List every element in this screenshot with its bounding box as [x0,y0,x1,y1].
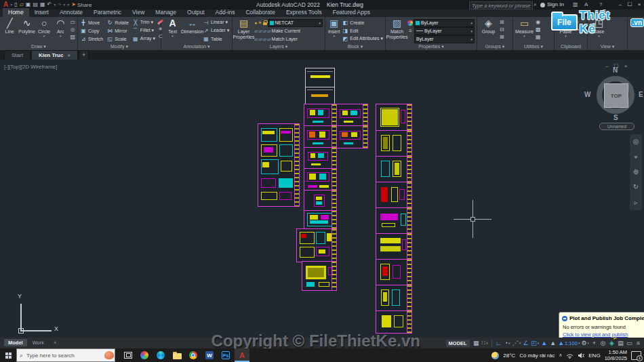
tab-express-tools[interactable]: Express Tools [281,8,327,17]
minimize-button[interactable]: – [616,0,625,9]
annotation-leader-button[interactable]: ↗Leader ▾ [203,26,229,35]
clean-screen-icon[interactable]: ▭ [626,339,633,347]
annotation-scale[interactable]: ▲1:100▾ [558,339,580,347]
property-dropdown-0[interactable]: ByLayer▾ [414,19,475,27]
layer-lock-icon[interactable] [263,22,267,25]
signin-button[interactable]: Sign In [547,0,564,9]
isolate-objects-icon[interactable]: ◎ [599,339,607,347]
quick-select-icon[interactable]: ◉ [536,19,541,26]
workspace-gear-icon[interactable]: ⚙▾ [581,339,589,347]
layer-tool-icon[interactable]: ▱ [258,28,262,34]
language-indicator[interactable]: ENG [588,353,600,359]
navigation-wheel-icon[interactable]: ◎ [633,138,639,145]
close-button[interactable]: × [635,0,644,9]
layer-tool-icon[interactable]: ▱ [263,37,266,42]
notification-link[interactable]: Click to view plot and publish details..… [563,331,642,338]
polar-tracking-icon[interactable]: ◔▾ [504,339,511,347]
annotation-monitor-icon[interactable]: + [590,339,598,347]
layer-tool-icon[interactable]: ▱ [254,37,258,42]
chrome-icon[interactable] [186,348,201,362]
tab-annotate[interactable]: Annotate [54,8,88,17]
property-dropdown-2[interactable]: ByLayer▾ [414,35,475,43]
osnap-icon[interactable]: ◰▾ [531,339,539,347]
block-create-button[interactable]: ◧Create [342,18,383,26]
property-dropdown-1[interactable]: ByLayer▾ [414,27,475,35]
viewport-close-icon[interactable]: × [624,63,628,69]
annotation-dimension-button[interactable]: ↔Dimension [183,18,201,35]
layer-tool-icon[interactable]: ▱ [254,28,258,34]
groups-panel-label[interactable]: Groups ▾ [477,43,512,50]
word-icon[interactable]: W [202,348,217,362]
tab-insert[interactable]: Insert [29,8,54,17]
clipboard-paste-button[interactable]: ▥Paste▾ [557,18,575,38]
orbit-icon[interactable]: ↻ [633,184,639,190]
modify-array-button[interactable]: ▦Array ▾ [132,35,155,43]
annotation-table-button[interactable]: ▦Table [203,35,229,43]
color-wheel-icon[interactable] [407,20,413,26]
file-tab-close-icon[interactable]: × [67,51,71,60]
layers-layer-properties-button[interactable]: ▤LayerProperties [235,18,253,40]
viewcube-north[interactable]: N [613,66,618,74]
layer-freeze-icon[interactable]: ☀ [258,20,262,26]
autocad-taskbar-icon[interactable]: A [235,348,249,362]
new-drawing-tab-button[interactable]: + [79,50,89,60]
block-panel-label[interactable]: Block ▾ [325,43,385,50]
modify-scale-button[interactable]: ◱Scale [106,35,129,43]
draw-arc-button[interactable]: ◠Arc▾ [53,18,68,38]
infocenter-search-input[interactable] [470,3,540,9]
annotation-linear-button[interactable]: ⊣Linear ▾ [203,18,229,26]
view-panel-label[interactable]: View ▾ [588,43,627,50]
properties-match-properties-button[interactable]: ▨MatchProperties [388,18,406,40]
block-insert-button[interactable]: ▣Insert▾ [327,18,340,38]
snap-mode-icon[interactable]: ∷▾ [481,339,489,347]
group-edit-icon[interactable]: ⊟ [500,26,504,33]
groups-group-button[interactable]: ◈Group [479,18,498,35]
autodesk-account-icon[interactable]: A [584,0,588,9]
search-icon[interactable]: ⌕ [534,2,539,7]
ungroup-icon[interactable]: ⊞ [500,19,504,26]
pinwheel-app-icon[interactable] [137,348,152,362]
speaker-icon[interactable] [578,353,584,359]
layout-tab-model[interactable]: Model [4,339,27,346]
make-current-button[interactable]: Make Current [272,28,300,33]
annotation-visibility-icon[interactable]: ▲ [540,339,548,347]
modify-move-button[interactable]: ╋Move [80,18,103,26]
modify-panel-label[interactable]: Modify ▾ [78,43,161,50]
match-layer-button[interactable]: Match Layer [272,37,298,41]
grid-display-icon[interactable]: ▦ [472,339,480,347]
taskbar-search-input[interactable] [25,352,102,359]
annotation-panel-label[interactable]: Annotation ▾ [161,43,232,50]
viewcube-west[interactable]: W [584,91,590,98]
plot-tray-icon[interactable]: ▤ [617,339,624,347]
file-tab-kien-truc[interactable]: Kien Truc× [31,50,78,60]
wifi-icon[interactable] [566,353,573,359]
photoshop-icon[interactable]: Ps [218,348,233,362]
share-label[interactable]: Share [77,2,92,8]
hatch-icon[interactable]: ▨ [70,34,75,41]
tab-featured-apps[interactable]: Featured Apps [327,8,376,17]
clipboard-panel-label[interactable]: Clipboard [555,43,587,50]
layers-panel-label[interactable]: Layers ▾ [233,43,325,50]
viewcube-south[interactable]: S [613,114,618,121]
start-button[interactable] [0,348,16,362]
weather-desc[interactable]: Có mây rải rác [519,353,555,359]
viewport-label[interactable]: [-][Top][2D Wireframe] [4,64,57,70]
weather-temp[interactable]: 28°C [503,353,515,359]
block-edit-attributes-button[interactable]: ◩Edit Attributes ▾ [342,35,383,43]
task-view-button[interactable] [121,348,136,362]
action-center-icon[interactable]: 1 [631,351,641,360]
tab-collaborate[interactable]: Collaborate [240,8,280,17]
model-space-button[interactable]: MODEL [446,340,470,347]
modify-mirror-button[interactable]: ⋈Mirror [106,26,129,35]
showmotion-icon[interactable]: ▹ [634,199,637,206]
view-base-button[interactable]: ◳Base▾ [590,18,608,38]
tab-add-ins[interactable]: Add-ins [210,8,241,17]
modify-stretch-button[interactable]: ⊿Stretch [80,35,103,43]
draw-line-button[interactable]: ╱Line [2,18,17,35]
layer-dropdown[interactable]: NETCAT▾ [268,19,323,27]
ortho-icon[interactable]: ∟ [495,339,502,347]
viewport-minimize-icon[interactable]: – [605,63,608,69]
draw-panel-label[interactable]: Draw ▾ [0,43,77,50]
layout-tab-work[interactable]: Work [28,339,48,346]
clock[interactable]: 1:50 AM 10/8/2025 [605,349,627,361]
